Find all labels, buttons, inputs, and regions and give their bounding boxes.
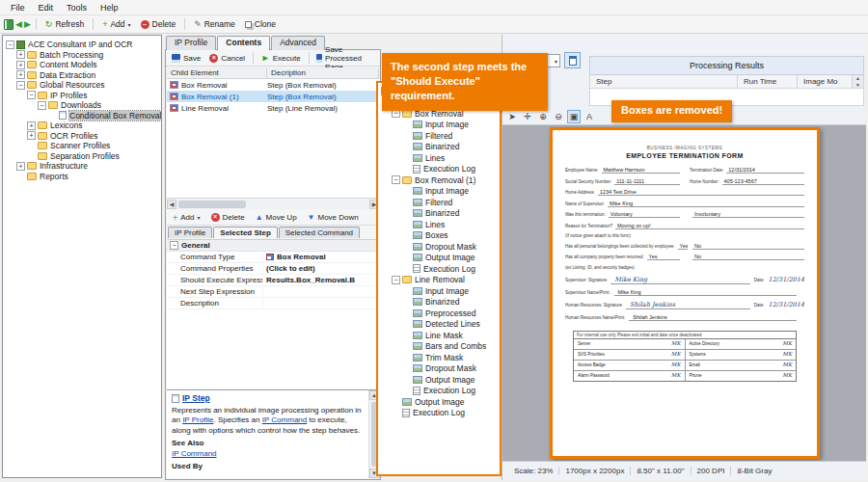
- property-row[interactable]: Command Properties (Click to edit): [167, 263, 379, 275]
- clone-button[interactable]: Clone: [241, 18, 280, 30]
- tree-item[interactable]: Input Image: [378, 285, 500, 297]
- tab[interactable]: Contents: [217, 36, 270, 50]
- tree-expander-icon[interactable]: −: [6, 40, 14, 49]
- tab[interactable]: IP Profile: [166, 36, 216, 50]
- tree-item[interactable]: Detected Lines: [378, 319, 500, 331]
- property-value-cell[interactable]: (Click to edit): [263, 264, 379, 273]
- tree-item[interactable]: Lines: [378, 152, 500, 164]
- rename-button[interactable]: ✎Rename: [190, 18, 239, 30]
- text-tool-icon[interactable]: A: [583, 110, 596, 123]
- tree-item[interactable]: Filtered: [378, 130, 500, 142]
- tree-item[interactable]: + Batch Processing: [3, 50, 161, 61]
- menu-item[interactable]: File: [4, 2, 32, 13]
- tree-item[interactable]: Scanner Profiles: [3, 141, 161, 151]
- pan-tool-icon[interactable]: ✛: [521, 110, 534, 123]
- tree-item[interactable]: + OCR Profiles: [3, 131, 161, 142]
- list-add-button[interactable]: +Add▾: [169, 212, 204, 224]
- tree-item[interactable]: Conditional Box Removal: [3, 111, 161, 121]
- property-value-cell[interactable]: Box Removal: [263, 253, 379, 261]
- tree-item[interactable]: − Downloads: [3, 100, 161, 111]
- tree-item[interactable]: Execution Log: [378, 164, 500, 175]
- property-row[interactable]: Next Step Expression: [167, 286, 379, 298]
- tree-expander-icon[interactable]: +: [16, 50, 25, 59]
- collapse-icon[interactable]: −: [170, 241, 178, 250]
- tree-item[interactable]: − ACE Consultant IP and OCR: [3, 40, 161, 50]
- tree-item[interactable]: Boxes: [378, 230, 500, 242]
- document-viewer[interactable]: BUSINESS IMAGING SYSTEMS EMPLOYEE TERMIN…: [502, 125, 866, 461]
- tree-item[interactable]: Dropout Mask: [378, 363, 500, 375]
- tree-item[interactable]: Preprocessed: [378, 308, 500, 319]
- list-delete-button[interactable]: ×Delete: [207, 212, 249, 223]
- tab[interactable]: IP Profile: [168, 227, 212, 238]
- see-also-ip-command-link[interactable]: IP Command: [172, 449, 217, 458]
- pointer-tool-icon[interactable]: ➤: [505, 110, 519, 123]
- tree-expander-icon[interactable]: −: [16, 81, 25, 90]
- tree-item[interactable]: Binarized: [378, 297, 500, 308]
- tree-item[interactable]: Execution Log: [378, 386, 500, 397]
- column-header[interactable]: Child Element: [167, 67, 267, 78]
- cancel-button[interactable]: ×Cancel: [205, 53, 249, 64]
- tree-expander-icon[interactable]: +: [16, 162, 25, 171]
- tree-expander-icon[interactable]: +: [27, 121, 36, 130]
- ip-profile-link[interactable]: IP Profile: [182, 415, 213, 424]
- menu-item[interactable]: Tools: [60, 2, 94, 13]
- tree-item[interactable]: Reports: [3, 172, 161, 182]
- table-row[interactable]: Box Removal (1) Step (Box Removal): [167, 91, 379, 102]
- tree-item[interactable]: Dropout Mask: [378, 241, 500, 253]
- nav-forward-icon[interactable]: ▶: [24, 19, 31, 29]
- tree-item[interactable]: + Content Models: [3, 60, 161, 70]
- tree-item[interactable]: − Line Removal: [378, 275, 500, 286]
- tree-item[interactable]: Lines: [378, 219, 500, 230]
- save-button[interactable]: Save: [168, 53, 204, 64]
- tab[interactable]: Selected Command: [279, 227, 360, 238]
- tree-expander-icon[interactable]: +: [16, 70, 25, 79]
- execute-button[interactable]: ►Execute: [258, 52, 305, 64]
- tree-expander-icon[interactable]: −: [27, 91, 36, 99]
- scrollbar-thumb[interactable]: [178, 201, 246, 208]
- tree-item[interactable]: Bars and Combs: [378, 341, 500, 353]
- tree-item[interactable]: Execution Log: [378, 408, 500, 419]
- document-page[interactable]: BUSINESS IMAGING SYSTEMS EMPLOYEE TERMIN…: [550, 127, 820, 459]
- tree-item[interactable]: Line Mask: [378, 330, 500, 341]
- tree-item[interactable]: + Lexicons: [3, 120, 161, 131]
- property-value-cell[interactable]: Results.Box_Removal.B: [263, 276, 379, 284]
- tree-item[interactable]: Trim Mask: [378, 352, 500, 363]
- tree-item[interactable]: Input Image: [378, 120, 500, 131]
- tree-item[interactable]: Output Image: [378, 396, 500, 408]
- add-button[interactable]: +Add▾: [98, 18, 134, 30]
- delete-button[interactable]: –Delete: [137, 18, 180, 30]
- column-header-run-time[interactable]: Run Time: [738, 75, 798, 88]
- move-up-button[interactable]: ▲Move Up: [252, 212, 301, 223]
- tree-item[interactable]: Binarized: [378, 208, 500, 220]
- tab[interactable]: Selected Step: [213, 227, 277, 238]
- tree-item[interactable]: Execution Log: [378, 263, 500, 275]
- ip-command-link[interactable]: IP Command: [262, 415, 308, 424]
- horizontal-scrollbar[interactable]: ◀ ▶: [167, 200, 379, 209]
- tree-item[interactable]: Filtered: [378, 197, 500, 208]
- property-row[interactable]: Description: [167, 298, 379, 309]
- refresh-button[interactable]: ↻Refresh: [41, 18, 88, 30]
- header-spinner[interactable]: ▲▼: [852, 75, 863, 88]
- tree-item[interactable]: − Box Removal (1): [378, 174, 500, 186]
- scroll-left-icon[interactable]: ◀: [167, 200, 176, 209]
- menu-item[interactable]: Help: [94, 2, 125, 13]
- show-results-button[interactable]: [564, 52, 581, 68]
- property-row[interactable]: Should Execute Expression Results.Box_Re…: [167, 275, 379, 286]
- tree-expander-icon[interactable]: −: [392, 276, 400, 284]
- property-row[interactable]: Command Type Box Removal: [167, 252, 379, 263]
- tree-item[interactable]: Binarized: [378, 142, 500, 153]
- tree-item[interactable]: Output Image: [378, 374, 500, 386]
- tree-item[interactable]: Output Image: [378, 253, 500, 264]
- tree-item[interactable]: + Data Extraction: [3, 70, 161, 81]
- tree-expander-icon[interactable]: +: [16, 61, 25, 69]
- tree-item[interactable]: Separation Profiles: [3, 151, 161, 162]
- scroll-down-icon[interactable]: ▼: [853, 82, 863, 89]
- help-title-link[interactable]: IP Step: [182, 393, 210, 404]
- column-header-image-mode[interactable]: Image Mo: [798, 75, 852, 88]
- tree-expander-icon[interactable]: +: [27, 131, 36, 140]
- property-group-header[interactable]: − General: [167, 240, 379, 252]
- zoom-in-icon[interactable]: ⊕: [536, 110, 550, 123]
- fit-page-icon[interactable]: ▣: [567, 110, 581, 123]
- tree-item[interactable]: − Global Resources: [3, 80, 161, 91]
- tree-item[interactable]: Input Image: [378, 186, 500, 198]
